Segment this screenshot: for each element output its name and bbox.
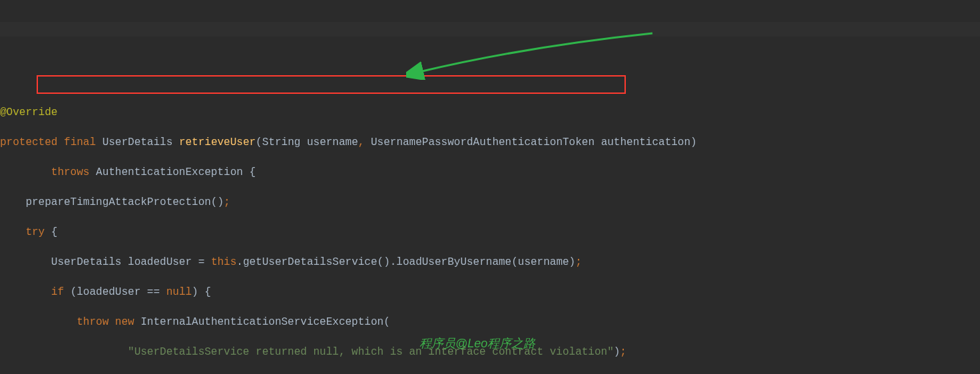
code-line: protected final UserDetails retrieveUser… (0, 135, 980, 150)
watermark-text: 程序员@Leo程序之路 (419, 336, 535, 351)
code-line: UserDetails loadedUser = this.getUserDet… (0, 255, 980, 270)
annotation: @Override (0, 106, 57, 118)
code-line: throw new InternalAuthenticationServiceE… (0, 315, 980, 330)
code-line: @Override (0, 105, 980, 120)
code-line: prepareTimingAttackProtection(); (0, 195, 980, 210)
code-editor[interactable]: @Override protected final UserDetails re… (0, 90, 980, 374)
current-line-highlight (0, 22, 980, 37)
code-line: throws AuthenticationException { (0, 165, 980, 180)
code-line: try { (0, 225, 980, 240)
code-line: if (loadedUser == null) { (0, 285, 980, 300)
